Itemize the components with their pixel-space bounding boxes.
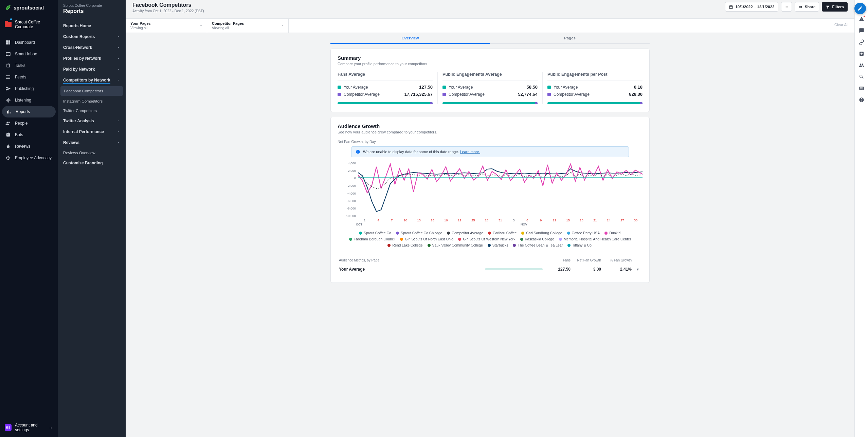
nav-feeds[interactable]: Feeds [0,71,58,83]
legend-item: The Coffee Bean & Tea Leaf [513,243,562,247]
nav-bots[interactable]: Bots [0,129,58,141]
learn-more-link[interactable]: Learn more. [460,150,480,154]
svg-rect-5 [358,151,358,151]
side-sub-item[interactable]: Facebook Competitors [60,86,123,96]
side-group[interactable]: Reviews [58,137,126,148]
clear-all: Clear All [828,19,854,33]
chevron-down-icon [199,24,203,28]
nav-people[interactable]: People [0,117,58,129]
legend-item: Carl Sandburg College [521,231,562,235]
nav-reviews[interactable]: Reviews [0,141,58,152]
legend-item: Sprout Coffee Co [359,231,391,235]
alerts-icon[interactable] [859,16,864,22]
svg-point-2 [787,6,788,7]
reviews-icon [5,144,11,149]
side-group[interactable]: Paid by Network [58,64,126,75]
listening-icon [5,97,11,103]
legend-item: Tiffany & Co. [567,243,593,247]
chevron-up-icon [117,141,120,144]
page-title: Facebook Competitors [132,2,204,8]
legend-item: Dunkin' [604,231,621,235]
svg-rect-4 [358,151,358,153]
side-title: Reports [63,8,120,14]
legend-item: Sauk Valley Community College [428,243,483,247]
brand-logo[interactable]: sproutsocial [0,0,58,15]
side-group[interactable]: Custom Reports [58,31,126,42]
side-link[interactable]: Customize Branding [58,158,126,168]
dashboard-icon [5,40,11,45]
smart-inbox-icon [5,51,11,57]
link-icon[interactable] [859,39,864,45]
metric: Public Engagements per PostYour Average0… [543,72,643,104]
competitor-pages-selector[interactable]: Competitor Pages Viewing all [207,19,289,33]
legend-item: Fareham Borough Council [349,237,396,241]
nav-reports[interactable]: Reports [2,106,56,117]
filters-button[interactable]: Filters [822,2,848,12]
nav-listening[interactable]: Listening [0,94,58,106]
audience-growth-card: Audience Growth See how your audience gr… [330,117,650,283]
chart-notice: We are unable to display data for some o… [351,146,629,157]
side-group[interactable]: Twitter Analysis [58,115,126,126]
side-group[interactable]: Competitors by Network [58,75,126,86]
growth-title: Audience Growth [338,123,643,129]
nav-smart-inbox[interactable]: Smart Inbox [0,48,58,60]
side-group[interactable]: Cross-Network [58,42,126,53]
legend-item: Memorial Hospital And Health Care Center [559,237,631,241]
side-sub-item[interactable]: Reviews Overview [58,148,126,158]
feeds-icon [5,74,11,80]
help-icon[interactable] [859,97,864,103]
summary-desc: Compare your profile performance to your… [338,62,643,66]
workspace-switcher[interactable]: Sprout Coffee Corporate [0,16,58,34]
side-group[interactable]: Internal Performance [58,126,126,137]
reports-icon [6,109,12,114]
side-link[interactable]: Reports Home [58,20,126,31]
side-sub-item[interactable]: Twitter Competitors [58,106,126,115]
growth-chart [358,161,643,218]
chart-subtitle: Net Fan Growth, by Day [338,140,643,144]
account-settings[interactable]: BS Account and settings → [0,419,58,437]
keyboard-icon[interactable] [859,86,864,91]
bots-icon [5,132,11,138]
metric: Public Engagements AverageYour Average58… [438,72,543,104]
legend-item: Girl Scouts Of Western New York [458,237,515,241]
nav-tasks[interactable]: Tasks [0,60,58,71]
people-icon[interactable] [859,62,864,68]
tab-overview[interactable]: Overview [330,33,490,44]
tasks-icon [5,63,11,68]
avatar: BS [5,424,12,431]
summary-title: Summary [338,55,643,61]
search-icon[interactable] [859,74,864,79]
chevron-up-icon [117,78,120,82]
legend-item: Coffee Party USA [567,231,600,235]
account-settings-label: Account and settings [15,423,45,432]
chevron-down-icon[interactable]: ▾ [634,267,641,272]
side-group[interactable]: Profiles by Network [58,53,126,64]
table-row: Your Average 127.50 3.00 2.41% ▾ [338,263,643,275]
nav-dashboard[interactable]: Dashboard [0,37,58,48]
metric: Fans AverageYour Average127.50Competitor… [338,72,438,104]
info-icon [356,149,360,154]
date-range-picker[interactable]: 10/1/2022 – 12/1/2022 [725,2,778,12]
nav-advocacy[interactable]: Employee Advocacy [0,152,58,164]
people-icon [5,121,11,126]
chevron-down-icon [117,119,120,123]
am-table-title: Audience Metrics, by Page [339,258,543,262]
filter-icon [826,5,830,9]
growth-desc: See how your audience grew compared to y… [338,130,643,134]
chevron-down-icon [117,35,120,38]
chevron-down-icon [117,46,120,49]
tab-pages[interactable]: Pages [490,33,650,44]
more-button[interactable] [781,2,792,12]
svg-point-1 [786,6,786,7]
side-sub-item[interactable]: Instagram Competitors [58,96,126,106]
chat-icon[interactable] [859,28,864,33]
add-icon[interactable] [859,51,864,56]
page-subtitle: Activity from Oct 1, 2022 - Dec 1, 2022 … [132,9,204,13]
compose-fab[interactable] [854,3,866,14]
chevron-down-icon [281,24,284,28]
nav-publishing[interactable]: Publishing [0,83,58,94]
your-pages-selector[interactable]: Your Pages Viewing all [126,19,207,33]
chevron-down-icon [117,68,120,71]
breadcrumb: Sprout Coffee Corporate [63,3,120,7]
share-button[interactable]: Share [795,2,819,12]
